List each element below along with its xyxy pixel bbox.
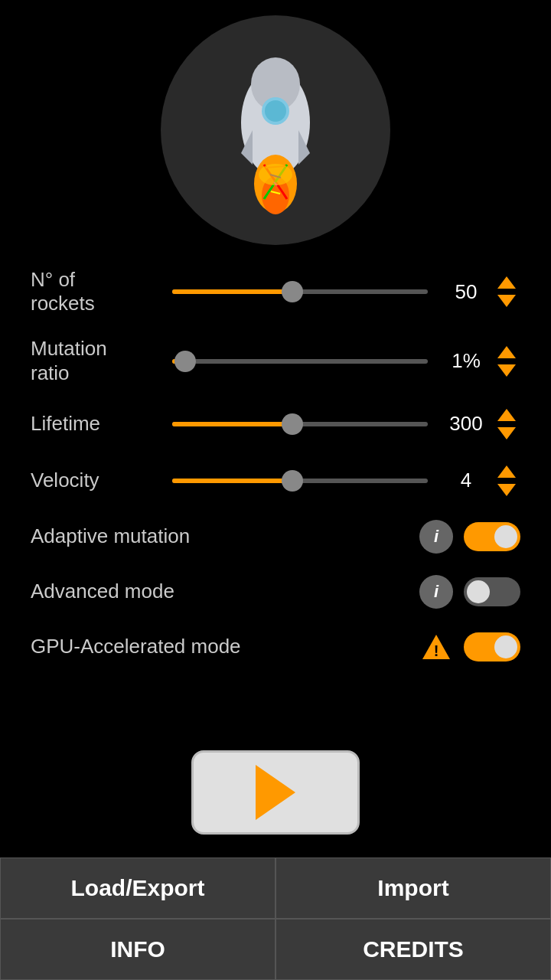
advanced-mode-icons: i bbox=[419, 575, 520, 609]
rockets-label: N° ofrockets bbox=[31, 268, 161, 315]
lifetime-value: 300 bbox=[439, 412, 493, 436]
lifetime-spin-down[interactable] bbox=[493, 425, 520, 442]
adaptive-mutation-row: Adaptive mutation i bbox=[31, 520, 520, 554]
mutation-slider-track[interactable] bbox=[172, 359, 428, 364]
lifetime-label: Lifetime bbox=[31, 412, 161, 436]
rockets-spin-down[interactable] bbox=[493, 292, 520, 309]
advanced-mode-row: Advanced mode i bbox=[31, 575, 520, 609]
velocity-spin-buttons bbox=[493, 463, 520, 498]
rockets-slider-container[interactable] bbox=[172, 289, 428, 294]
play-icon bbox=[256, 765, 295, 820]
rockets-value: 50 bbox=[439, 280, 493, 304]
svg-point-3 bbox=[265, 100, 286, 122]
velocity-spin-up[interactable] bbox=[493, 463, 520, 480]
adaptive-mutation-toggle[interactable] bbox=[464, 522, 520, 551]
velocity-label: Velocity bbox=[31, 469, 161, 492]
advanced-mode-label: Advanced mode bbox=[31, 580, 419, 603]
velocity-value: 4 bbox=[439, 469, 493, 492]
velocity-spin-down[interactable] bbox=[493, 482, 520, 498]
gpu-mode-knob bbox=[494, 635, 517, 658]
mutation-spin-down[interactable] bbox=[493, 362, 520, 379]
mutation-spin-buttons bbox=[493, 344, 520, 379]
adaptive-mutation-icons: i bbox=[419, 520, 520, 554]
gpu-mode-toggle[interactable] bbox=[464, 632, 520, 662]
credits-button[interactable]: CREDITS bbox=[276, 919, 551, 980]
gpu-mode-label: GPU-Accelerated mode bbox=[31, 635, 419, 658]
rockets-spin-up[interactable] bbox=[493, 274, 520, 291]
velocity-setting-row: Velocity 4 bbox=[31, 463, 520, 498]
bottom-row-1: Load/Export Import bbox=[0, 858, 551, 919]
play-container bbox=[191, 750, 360, 835]
gpu-mode-warning-icon[interactable]: ! bbox=[419, 630, 453, 664]
bottom-row-2: INFO CREDITS bbox=[0, 919, 551, 980]
rockets-setting-row: N° ofrockets 50 bbox=[31, 268, 520, 315]
velocity-slider-track[interactable] bbox=[172, 479, 428, 483]
velocity-slider-fill bbox=[172, 479, 292, 483]
advanced-mode-toggle[interactable] bbox=[464, 577, 520, 606]
lifetime-slider-thumb[interactable] bbox=[282, 413, 303, 435]
mutation-slider-thumb[interactable] bbox=[174, 351, 196, 372]
adaptive-mutation-label: Adaptive mutation bbox=[31, 524, 419, 548]
adaptive-mutation-knob bbox=[494, 525, 517, 548]
gpu-mode-row: GPU-Accelerated mode ! bbox=[31, 630, 520, 664]
play-button[interactable] bbox=[191, 750, 360, 835]
mutation-value: 1% bbox=[439, 349, 493, 373]
load-export-button[interactable]: Load/Export bbox=[0, 858, 276, 919]
rockets-slider-fill bbox=[172, 289, 292, 294]
info-button[interactable]: INFO bbox=[0, 919, 276, 980]
svg-point-12 bbox=[259, 164, 292, 185]
lifetime-slider-fill bbox=[172, 422, 292, 426]
velocity-slider-container[interactable] bbox=[172, 479, 428, 483]
mutation-setting-row: Mutationratio 1% bbox=[31, 337, 520, 384]
app-container: N° ofrockets 50 Mutationratio bbox=[0, 0, 551, 980]
import-button[interactable]: Import bbox=[276, 858, 551, 919]
gpu-mode-icons: ! bbox=[419, 630, 520, 664]
rockets-slider-thumb[interactable] bbox=[282, 281, 303, 302]
bottom-buttons: Load/Export Import INFO CREDITS bbox=[0, 858, 551, 980]
advanced-mode-knob bbox=[467, 580, 490, 603]
lifetime-spin-buttons bbox=[493, 407, 520, 442]
rockets-spin-buttons bbox=[493, 274, 520, 309]
lifetime-slider-container[interactable] bbox=[172, 422, 428, 426]
velocity-slider-thumb[interactable] bbox=[282, 470, 303, 492]
app-logo bbox=[161, 15, 390, 245]
lifetime-slider-track[interactable] bbox=[172, 422, 428, 426]
mutation-label: Mutationratio bbox=[31, 337, 161, 384]
mutation-slider-container[interactable] bbox=[172, 359, 428, 364]
adaptive-mutation-info-icon[interactable]: i bbox=[419, 520, 453, 554]
svg-text:!: ! bbox=[434, 642, 439, 659]
settings-area: N° ofrockets 50 Mutationratio bbox=[0, 268, 551, 735]
rockets-slider-track[interactable] bbox=[172, 289, 428, 294]
mutation-spin-up[interactable] bbox=[493, 344, 520, 361]
lifetime-setting-row: Lifetime 300 bbox=[31, 407, 520, 442]
lifetime-spin-up[interactable] bbox=[493, 407, 520, 423]
advanced-mode-info-icon[interactable]: i bbox=[419, 575, 453, 609]
